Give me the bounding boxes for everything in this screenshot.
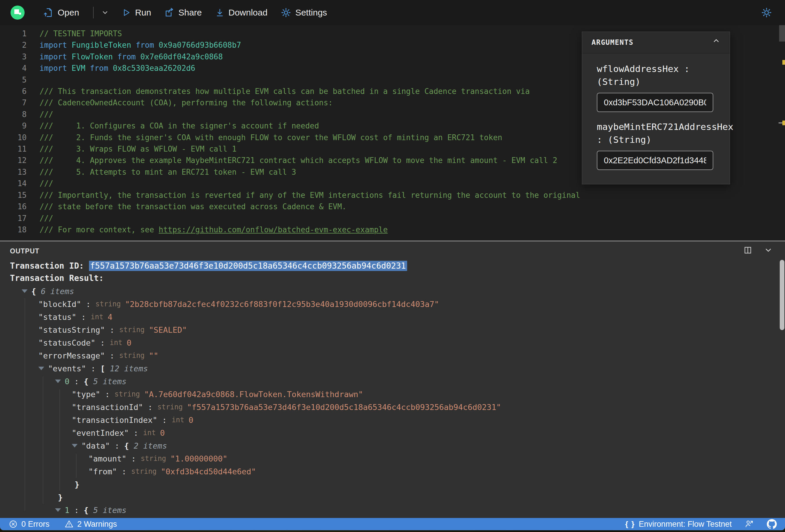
expander-triangle-icon[interactable]	[72, 444, 78, 448]
indent-guide	[76, 454, 77, 478]
editor-scrollbar-thumb[interactable]	[779, 25, 785, 42]
arguments-panel: ARGUMENTS wflowAddressHex : (String) may…	[582, 32, 730, 184]
code-editor[interactable]: 1// TESTNET IMPORTS2import FungibleToken…	[0, 25, 785, 240]
argument-label-wflow: wflowAddressHex : (String)	[597, 62, 713, 88]
errors-label: 0 Errors	[21, 520, 49, 529]
output-body: Transaction ID: f557a1573b76aa53e73d46f3…	[0, 257, 785, 518]
open-button[interactable]: Open	[44, 8, 79, 18]
download-button[interactable]: Download	[216, 8, 268, 18]
json-result-tree: { 6 items"blockId" : string "2b28cbfb87d…	[10, 285, 785, 518]
tree-row: "blockId" : string "2b28cbfb87da2cfec4f0…	[10, 298, 785, 310]
code-line: 16/// state before the transaction was e…	[0, 201, 785, 212]
share-icon	[164, 8, 174, 17]
tree-row: "from" : string "0xfd3b4cd50d44e6ed"	[10, 465, 785, 478]
code-line: 17///	[0, 213, 785, 224]
run-label: Run	[135, 8, 151, 18]
indent-guide	[25, 298, 25, 511]
collapse-chevron-up-icon[interactable]	[712, 37, 720, 48]
transaction-result-label: Transaction Result:	[10, 272, 785, 284]
top-toolbar: Open Run Share Download	[0, 0, 785, 25]
output-panel: OUTPUT Transaction ID: f557a1573b76aa53e…	[0, 242, 785, 518]
split-editor-icon[interactable]	[743, 246, 752, 256]
settings-label: Settings	[295, 8, 327, 18]
open-dropdown-chevron-icon[interactable]	[101, 9, 109, 17]
indent-guide	[59, 389, 60, 491]
run-button[interactable]: Run	[122, 8, 151, 18]
open-label: Open	[58, 8, 79, 18]
warning-marker-icon	[782, 60, 785, 65]
output-title: OUTPUT	[10, 244, 40, 255]
transaction-id-line: Transaction ID: f557a1573b76aa53e73d46f3…	[10, 259, 785, 272]
errors-status[interactable]: 0 Errors	[9, 520, 49, 529]
argument-input-wflow[interactable]	[597, 93, 713, 112]
tree-row: "statusCode" : int 0	[10, 336, 785, 349]
tree-row: "status" : int 4	[10, 310, 785, 323]
argument-input-maybemint[interactable]	[597, 151, 713, 170]
arguments-panel-body: wflowAddressHex : (String) maybeMintERC7…	[582, 54, 730, 184]
environment-label: Environment: Flow Testnet	[639, 520, 732, 529]
arguments-panel-header[interactable]: ARGUMENTS	[582, 32, 730, 54]
tree-row: "errorMessage" : string ""	[10, 349, 785, 362]
gear-icon	[281, 8, 291, 18]
tree-row: 0 : { 5 items	[10, 375, 785, 388]
tree-row: "events" : [ 12 items	[10, 362, 785, 375]
tree-row: "transactionIndex" : int 0	[10, 413, 785, 426]
status-bar: 0 Errors 2 Warnings { } Environment: Flo…	[0, 518, 785, 530]
output-header: OUTPUT	[0, 242, 785, 257]
settings-button[interactable]: Settings	[281, 8, 327, 18]
expander-triangle-icon[interactable]	[55, 508, 61, 512]
download-icon	[216, 8, 224, 17]
code-line: 15/// Importantly, the transaction is re…	[0, 189, 785, 201]
tree-row: "type" : string "A.7e60df042a9c0868.Flow…	[10, 516, 785, 518]
feedback-person-icon[interactable]	[744, 520, 754, 529]
tree-row: { 6 items	[10, 285, 785, 298]
expander-triangle-icon[interactable]	[39, 367, 44, 370]
output-scrollbar-thumb[interactable]	[780, 260, 784, 330]
code-line: 18/// For more context, see https://gith…	[0, 224, 785, 235]
tree-row: "data" : { 2 items	[10, 439, 785, 452]
transaction-id-label: Transaction ID:	[10, 261, 89, 271]
tree-row: "statusString" : string "SEALED"	[10, 323, 785, 336]
arguments-title: ARGUMENTS	[591, 37, 634, 48]
tree-close-row: }	[10, 478, 785, 491]
flow-logo-icon	[10, 5, 25, 20]
share-button[interactable]: Share	[164, 8, 202, 18]
open-file-icon	[44, 8, 53, 17]
indent-guide	[43, 377, 43, 504]
tree-row: "eventIndex" : int 0	[10, 426, 785, 439]
share-label: Share	[178, 8, 202, 18]
download-label: Download	[229, 8, 268, 18]
environment-status[interactable]: { } Environment: Flow Testnet	[625, 520, 732, 529]
expander-triangle-icon[interactable]	[55, 380, 61, 383]
tree-row: "type" : string "A.7e60df042a9c0868.Flow…	[10, 388, 785, 401]
tree-row: "amount" : string "1.00000000"	[10, 452, 785, 465]
argument-label-maybemint: maybeMintERC721AddressHex : (String)	[597, 120, 713, 146]
toolbar-separator	[93, 7, 94, 19]
tree-row: 1 : { 5 items	[10, 504, 785, 516]
app-window: Open Run Share Download	[0, 0, 785, 532]
github-icon[interactable]	[767, 519, 777, 529]
tree-close-row: }	[10, 491, 785, 504]
warnings-status[interactable]: 2 Warnings	[65, 520, 117, 529]
theme-toggle-sun-icon[interactable]	[762, 8, 771, 18]
tree-row: "transactionId" : string "f557a1573b76aa…	[10, 401, 785, 413]
expander-triangle-icon[interactable]	[22, 289, 27, 293]
warning-marker-icon	[782, 121, 785, 125]
run-play-icon	[122, 8, 130, 17]
desktop-background-strip	[0, 530, 785, 532]
braces-icon: { }	[625, 520, 635, 529]
transaction-id-value[interactable]: f557a1573b76aa53e73d46f3e10d200d5c18a653…	[89, 261, 407, 271]
collapse-output-chevron-icon[interactable]	[764, 246, 773, 256]
warnings-label: 2 Warnings	[77, 520, 117, 529]
code-link[interactable]: https://github.com/onflow/batched-evm-ex…	[159, 225, 388, 234]
